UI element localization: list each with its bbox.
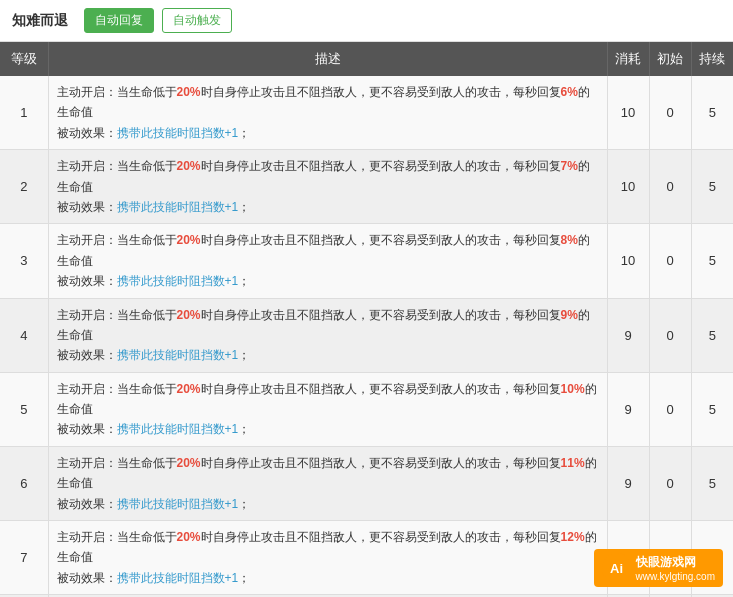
cell-init: 0	[649, 224, 691, 298]
cell-level: 1	[0, 76, 48, 150]
desc-active: 主动开启：当生命低于20%时自身停止攻击且不阻挡敌人，更不容易受到敌人的攻击，每…	[57, 230, 599, 271]
cell-cost: 9	[607, 372, 649, 446]
col-init: 初始	[649, 42, 691, 76]
table-row: 2主动开启：当生命低于20%时自身停止攻击且不阻挡敌人，更不容易受到敌人的攻击，…	[0, 150, 733, 224]
col-desc: 描述	[48, 42, 607, 76]
cell-init: 0	[649, 372, 691, 446]
cell-cost: 9	[607, 446, 649, 520]
cell-duration: 5	[691, 372, 733, 446]
desc-active: 主动开启：当生命低于20%时自身停止攻击且不阻挡敌人，更不容易受到敌人的攻击，每…	[57, 527, 599, 568]
logo-circle: Ai	[602, 553, 632, 583]
cell-duration: 5	[691, 298, 733, 372]
cell-cost: 10	[607, 76, 649, 150]
cell-duration: 5	[691, 76, 733, 150]
table-header-row: 等级 描述 消耗 初始 持续	[0, 42, 733, 76]
btn-auto-reply[interactable]: 自动回复	[84, 8, 154, 33]
cell-cost: 10	[607, 224, 649, 298]
cell-cost: 10	[607, 150, 649, 224]
cell-desc: 主动开启：当生命低于20%时自身停止攻击且不阻挡敌人，更不容易受到敌人的攻击，每…	[48, 150, 607, 224]
skill-table: 等级 描述 消耗 初始 持续 1主动开启：当生命低于20%时自身停止攻击且不阻挡…	[0, 42, 733, 597]
cell-level: 2	[0, 150, 48, 224]
cell-cost: 9	[607, 298, 649, 372]
cell-level: 4	[0, 298, 48, 372]
cell-desc: 主动开启：当生命低于20%时自身停止攻击且不阻挡敌人，更不容易受到敌人的攻击，每…	[48, 298, 607, 372]
passive-link[interactable]: 携带此技能时阻挡数+1	[117, 348, 239, 362]
desc-active: 主动开启：当生命低于20%时自身停止攻击且不阻挡敌人，更不容易受到敌人的攻击，每…	[57, 82, 599, 123]
desc-active: 主动开启：当生命低于20%时自身停止攻击且不阻挡敌人，更不容易受到敌人的攻击，每…	[57, 305, 599, 346]
cell-duration: 5	[691, 150, 733, 224]
main-container: 知难而退 自动回复 自动触发 等级 描述 消耗 初始 持续 1主动开启：当生命低…	[0, 0, 733, 597]
desc-passive: 被动效果：携带此技能时阻挡数+1；	[57, 123, 599, 143]
passive-link[interactable]: 携带此技能时阻挡数+1	[117, 274, 239, 288]
col-duration: 持续	[691, 42, 733, 76]
desc-passive: 被动效果：携带此技能时阻挡数+1；	[57, 271, 599, 291]
desc-passive: 被动效果：携带此技能时阻挡数+1；	[57, 419, 599, 439]
desc-active: 主动开启：当生命低于20%时自身停止攻击且不阻挡敌人，更不容易受到敌人的攻击，每…	[57, 379, 599, 420]
col-cost: 消耗	[607, 42, 649, 76]
desc-passive: 被动效果：携带此技能时阻挡数+1；	[57, 494, 599, 514]
col-level: 等级	[0, 42, 48, 76]
passive-link[interactable]: 携带此技能时阻挡数+1	[117, 200, 239, 214]
cell-init: 0	[649, 298, 691, 372]
watermark-url: www.kylgting.com	[636, 571, 715, 582]
cell-level: 6	[0, 446, 48, 520]
desc-passive: 被动效果：携带此技能时阻挡数+1；	[57, 345, 599, 365]
table-row: 4主动开启：当生命低于20%时自身停止攻击且不阻挡敌人，更不容易受到敌人的攻击，…	[0, 298, 733, 372]
desc-active: 主动开启：当生命低于20%时自身停止攻击且不阻挡敌人，更不容易受到敌人的攻击，每…	[57, 453, 599, 494]
passive-link[interactable]: 携带此技能时阻挡数+1	[117, 497, 239, 511]
cell-desc: 主动开启：当生命低于20%时自身停止攻击且不阻挡敌人，更不容易受到敌人的攻击，每…	[48, 224, 607, 298]
desc-active: 主动开启：当生命低于20%时自身停止攻击且不阻挡敌人，更不容易受到敌人的攻击，每…	[57, 156, 599, 197]
cell-init: 0	[649, 76, 691, 150]
table-row: 6主动开启：当生命低于20%时自身停止攻击且不阻挡敌人，更不容易受到敌人的攻击，…	[0, 446, 733, 520]
passive-link[interactable]: 携带此技能时阻挡数+1	[117, 571, 239, 585]
passive-link[interactable]: 携带此技能时阻挡数+1	[117, 422, 239, 436]
table-row: 1主动开启：当生命低于20%时自身停止攻击且不阻挡敌人，更不容易受到敌人的攻击，…	[0, 76, 733, 150]
cell-desc: 主动开启：当生命低于20%时自身停止攻击且不阻挡敌人，更不容易受到敌人的攻击，每…	[48, 446, 607, 520]
cell-init: 0	[649, 446, 691, 520]
watermark-logo: Ai 快眼游戏网 www.kylgting.com	[602, 553, 715, 583]
cell-desc: 主动开启：当生命低于20%时自身停止攻击且不阻挡敌人，更不容易受到敌人的攻击，每…	[48, 76, 607, 150]
passive-link[interactable]: 携带此技能时阻挡数+1	[117, 126, 239, 140]
cell-init: 0	[649, 150, 691, 224]
cell-desc: 主动开启：当生命低于20%时自身停止攻击且不阻挡敌人，更不容易受到敌人的攻击，每…	[48, 372, 607, 446]
cell-desc: 主动开启：当生命低于20%时自身停止攻击且不阻挡敌人，更不容易受到敌人的攻击，每…	[48, 521, 607, 595]
table-row: 3主动开启：当生命低于20%时自身停止攻击且不阻挡敌人，更不容易受到敌人的攻击，…	[0, 224, 733, 298]
cell-level: 5	[0, 372, 48, 446]
btn-auto-trigger[interactable]: 自动触发	[162, 8, 232, 33]
cell-duration: 5	[691, 224, 733, 298]
skill-name: 知难而退	[12, 12, 68, 30]
cell-level: 3	[0, 224, 48, 298]
top-bar: 知难而退 自动回复 自动触发	[0, 0, 733, 42]
cell-duration: 5	[691, 446, 733, 520]
table-row: 5主动开启：当生命低于20%时自身停止攻击且不阻挡敌人，更不容易受到敌人的攻击，…	[0, 372, 733, 446]
desc-passive: 被动效果：携带此技能时阻挡数+1；	[57, 197, 599, 217]
cell-level: 7	[0, 521, 48, 595]
watermark: Ai 快眼游戏网 www.kylgting.com	[594, 549, 723, 587]
desc-passive: 被动效果：携带此技能时阻挡数+1；	[57, 568, 599, 588]
watermark-site: 快眼游戏网	[636, 554, 715, 571]
